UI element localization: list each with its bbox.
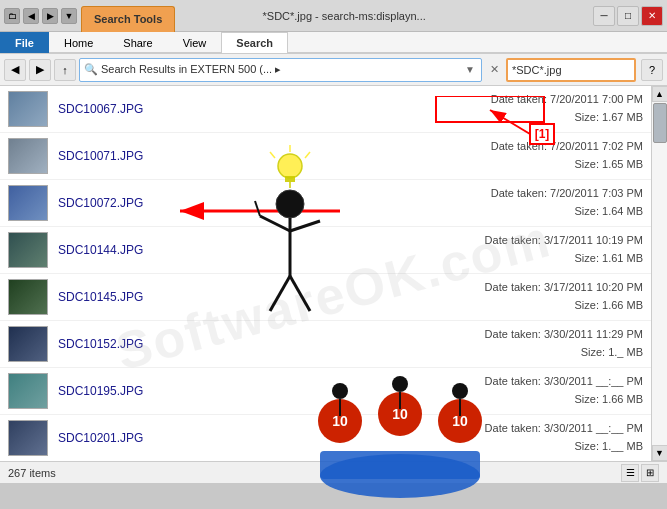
- help-button[interactable]: ?: [641, 59, 663, 81]
- title-bar-icons: 🗀 ◀ ▶ ▼: [4, 8, 77, 24]
- file-thumbnail: [8, 326, 48, 362]
- file-thumbnail: [8, 232, 48, 268]
- search-address-icon: 🔍: [84, 63, 98, 76]
- item-count: 267 items: [8, 467, 56, 479]
- file-meta: Date taken: 7/20/2011 7:00 PMSize: 1.67 …: [491, 91, 643, 126]
- forward-button[interactable]: ▶: [29, 59, 51, 81]
- file-thumbnail: [8, 138, 48, 174]
- file-name: SDC10067.JPG: [58, 102, 491, 116]
- ribbon: File Home Share View Search: [0, 32, 667, 54]
- file-meta: Date taken: 7/20/2011 7:02 PMSize: 1.65 …: [491, 138, 643, 173]
- table-row[interactable]: SDC10072.JPGDate taken: 7/20/2011 7:03 P…: [0, 180, 651, 227]
- minimize-button[interactable]: ─: [593, 6, 615, 26]
- up-button[interactable]: ↑: [54, 59, 76, 81]
- address-text: Search Results in EXTERN 500 (... ▸: [101, 63, 463, 76]
- window-icon: 🗀: [4, 8, 20, 24]
- scroll-up-arrow[interactable]: ▲: [652, 86, 668, 102]
- title-bar: 🗀 ◀ ▶ ▼ Search Tools *SDC*.jpg - search-…: [0, 0, 667, 32]
- file-name: SDC10071.JPG: [58, 149, 491, 163]
- address-bar: ◀ ▶ ↑ 🔍 Search Results in EXTERN 500 (..…: [0, 54, 667, 86]
- details-view-icon[interactable]: ☰: [621, 464, 639, 482]
- file-name: SDC10144.JPG: [58, 243, 485, 257]
- file-thumbnail: [8, 91, 48, 127]
- search-box[interactable]: ✕: [506, 58, 636, 82]
- file-name: SDC10201.JPG: [58, 431, 485, 445]
- tab-search[interactable]: Search: [221, 32, 288, 53]
- tab-file[interactable]: File: [0, 32, 49, 53]
- tab-share[interactable]: Share: [108, 32, 167, 53]
- tab-view[interactable]: View: [168, 32, 222, 53]
- file-meta: Date taken: 3/30/2011 __:__ PMSize: 1.__…: [485, 420, 643, 455]
- file-list: SDC10067.JPGDate taken: 7/20/2011 7:00 P…: [0, 86, 651, 461]
- window-controls: ─ □ ✕: [593, 6, 663, 26]
- file-name: SDC10072.JPG: [58, 196, 491, 210]
- back-button[interactable]: ◀: [4, 59, 26, 81]
- status-bar: 267 items ☰ ⊞: [0, 461, 667, 483]
- main-area: SDC10067.JPGDate taken: 7/20/2011 7:00 P…: [0, 86, 667, 461]
- view-icons: ☰ ⊞: [621, 464, 659, 482]
- scroll-down-arrow[interactable]: ▼: [652, 445, 668, 461]
- table-row[interactable]: SDC10144.JPGDate taken: 3/17/2011 10:19 …: [0, 227, 651, 274]
- table-row[interactable]: SDC10152.JPGDate taken: 3/30/2011 11:29 …: [0, 321, 651, 368]
- table-row[interactable]: SDC10201.JPGDate taken: 3/30/2011 __:__ …: [0, 415, 651, 461]
- file-meta: Date taken: 7/20/2011 7:03 PMSize: 1.64 …: [491, 185, 643, 220]
- file-thumbnail: [8, 373, 48, 409]
- quick-access-1[interactable]: ◀: [23, 8, 39, 24]
- large-icons-view-icon[interactable]: ⊞: [641, 464, 659, 482]
- file-thumbnail: [8, 185, 48, 221]
- scrollbar[interactable]: ▲ ▼: [651, 86, 667, 461]
- file-name: SDC10195.JPG: [58, 384, 485, 398]
- maximize-button[interactable]: □: [617, 6, 639, 26]
- scroll-track: [652, 102, 667, 445]
- address-box[interactable]: 🔍 Search Results in EXTERN 500 (... ▸ ▼: [79, 58, 482, 82]
- ribbon-tabs: File Home Share View Search: [0, 32, 667, 53]
- close-button[interactable]: ✕: [641, 6, 663, 26]
- quick-access-3[interactable]: ▼: [61, 8, 77, 24]
- file-meta: Date taken: 3/30/2011 11:29 PMSize: 1._ …: [485, 326, 643, 361]
- file-meta: Date taken: 3/30/2011 __:__ PMSize: 1.66…: [485, 373, 643, 408]
- quick-access-2[interactable]: ▶: [42, 8, 58, 24]
- file-name: SDC10145.JPG: [58, 290, 485, 304]
- address-clear-button[interactable]: ✕: [485, 61, 503, 79]
- scroll-thumb[interactable]: [653, 103, 667, 143]
- file-name: SDC10152.JPG: [58, 337, 485, 351]
- file-thumbnail: [8, 420, 48, 456]
- table-row[interactable]: SDC10145.JPGDate taken: 3/17/2011 10:20 …: [0, 274, 651, 321]
- address-dropdown-arrow[interactable]: ▼: [463, 64, 477, 75]
- tab-home[interactable]: Home: [49, 32, 108, 53]
- table-row[interactable]: SDC10067.JPGDate taken: 7/20/2011 7:00 P…: [0, 86, 651, 133]
- file-meta: Date taken: 3/17/2011 10:19 PMSize: 1.61…: [485, 232, 643, 267]
- file-meta: Date taken: 3/17/2011 10:20 PMSize: 1.66…: [485, 279, 643, 314]
- table-row[interactable]: SDC10195.JPGDate taken: 3/30/2011 __:__ …: [0, 368, 651, 415]
- file-thumbnail: [8, 279, 48, 315]
- window-title: *SDC*.jpg - search-ms:displayn...: [99, 10, 589, 22]
- table-row[interactable]: SDC10071.JPGDate taken: 7/20/2011 7:02 P…: [0, 133, 651, 180]
- search-input[interactable]: [512, 64, 650, 76]
